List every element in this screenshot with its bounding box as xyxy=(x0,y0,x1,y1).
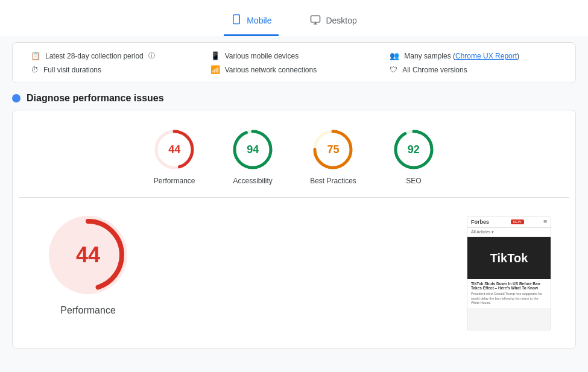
tab-mobile-label: Mobile xyxy=(247,16,271,25)
large-circle: 44 xyxy=(49,216,127,294)
network-icon: 📶 xyxy=(210,65,220,74)
large-score-area: 44 Performance xyxy=(25,216,151,330)
svg-rect-0 xyxy=(233,15,240,24)
score-best-practices: 75 Best Practices xyxy=(310,128,356,185)
screenshot-text: TikTok Shuts Down In US Before Ban Takes… xyxy=(467,279,551,308)
score-accessibility: 94 Accessibility xyxy=(232,128,274,185)
shield-icon: 🛡 xyxy=(390,65,397,74)
tab-mobile[interactable]: Mobile xyxy=(224,9,279,36)
tab-desktop-label: Desktop xyxy=(326,16,356,25)
screenshot-header: Forbes NEW ☰ xyxy=(467,216,551,228)
info-item-3: ⏱ Full visit durations xyxy=(31,65,198,74)
desktop-icon xyxy=(310,14,321,27)
info-item-5: 🛡 All Chrome versions xyxy=(390,65,557,74)
large-score-number: 44 xyxy=(76,242,100,268)
screenshot-nav-bar: All Articles ▾ xyxy=(467,228,551,237)
svg-rect-2 xyxy=(311,16,320,22)
users-icon: 👥 xyxy=(390,51,399,60)
devices-icon: 📱 xyxy=(210,51,220,60)
info-text-3: Full visit durations xyxy=(43,66,101,74)
large-score-label: Performance xyxy=(60,305,116,316)
scores-row: 44 Performance 94 Accessibility xyxy=(19,122,569,191)
calendar-icon: 📋 xyxy=(31,51,40,60)
tab-row: Mobile Desktop xyxy=(0,3,588,36)
score-number-seo: 92 xyxy=(408,143,420,156)
screenshot-area: Forbes NEW ☰ All Articles ▾ TikTok TikTo… xyxy=(364,216,564,330)
score-circle-performance: 44 xyxy=(153,128,195,171)
score-number-best-practices: 75 xyxy=(327,143,339,156)
score-circle-seo: 92 xyxy=(393,128,435,171)
info-text-5: All Chrome versions xyxy=(402,66,467,74)
score-number-performance: 44 xyxy=(168,143,180,156)
score-number-accessibility: 94 xyxy=(247,143,259,156)
info-text-2: Many samples (Chrome UX Report) xyxy=(404,52,519,60)
info-bar: 📋 Latest 28-day collection period ⓘ 📱 Va… xyxy=(12,42,576,83)
score-seo: 92 SEO xyxy=(393,128,435,185)
detail-section: 44 Performance Forbes NEW ☰ All Articles… xyxy=(19,204,569,336)
timer-icon: ⏱ xyxy=(31,65,39,74)
score-label-best-practices: Best Practices xyxy=(310,177,356,185)
info-hint-icon[interactable]: ⓘ xyxy=(148,51,155,60)
score-label-performance: Performance xyxy=(154,177,195,185)
screenshot-sub: President-elect Donald Trump has suggest… xyxy=(471,292,547,306)
tab-desktop[interactable]: Desktop xyxy=(303,10,364,36)
forbes-logo: Forbes xyxy=(471,219,489,225)
scores-divider xyxy=(19,197,569,198)
info-item-0: 📋 Latest 28-day collection period ⓘ xyxy=(31,51,198,60)
score-circle-accessibility: 94 xyxy=(232,128,274,171)
screenshot-frame: Forbes NEW ☰ All Articles ▾ TikTok TikTo… xyxy=(467,216,551,330)
diagnose-title: Diagnose performance issues xyxy=(27,93,164,104)
screenshot-bottom xyxy=(467,308,551,330)
tiktok-text: TikTok xyxy=(490,251,528,265)
info-text-0: Latest 28-day collection period xyxy=(45,52,144,60)
header-icons: ☰ xyxy=(543,219,547,224)
tabs-container: Mobile Desktop xyxy=(0,0,588,36)
info-item-4: 📶 Various network connections xyxy=(210,65,378,74)
info-text-4: Various network connections xyxy=(225,66,317,74)
score-performance: 44 Performance xyxy=(153,128,195,185)
spacer xyxy=(163,216,352,330)
scores-card: 44 Performance 94 Accessibility xyxy=(12,110,576,349)
score-label-accessibility: Accessibility xyxy=(233,177,272,185)
info-item-2: 👥 Many samples (Chrome UX Report) xyxy=(390,51,557,60)
score-circle-best-practices: 75 xyxy=(312,128,354,171)
score-label-seo: SEO xyxy=(406,177,421,185)
diagnose-section: Diagnose performance issues xyxy=(12,93,576,104)
info-text-1: Various mobile devices xyxy=(225,52,299,60)
screenshot-headline: TikTok Shuts Down In US Before Ban Takes… xyxy=(471,282,547,290)
mobile-icon xyxy=(231,14,242,27)
info-item-1: 📱 Various mobile devices xyxy=(210,51,378,60)
diagnose-dot xyxy=(12,94,21,102)
new-badge: NEW xyxy=(511,219,524,224)
chrome-ux-link[interactable]: Chrome UX Report xyxy=(455,52,517,60)
screenshot-tiktok-img: TikTok xyxy=(467,237,551,279)
